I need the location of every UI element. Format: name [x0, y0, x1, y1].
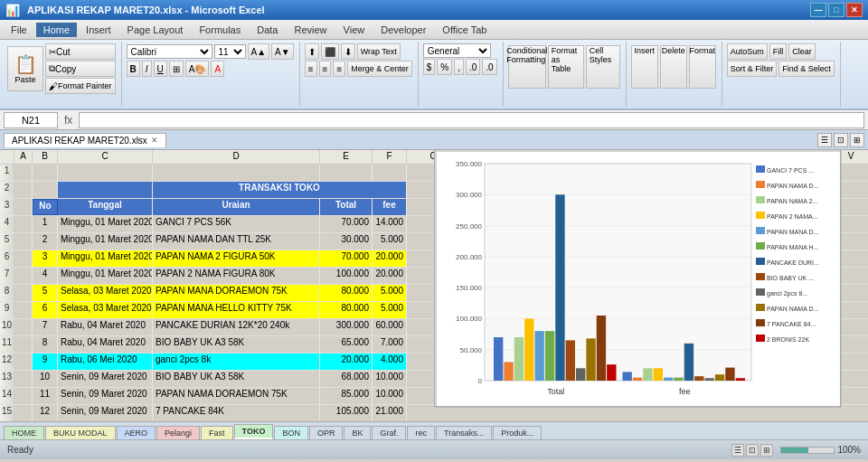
- cell[interactable]: 1: [33, 216, 58, 232]
- sheet-tab-rec[interactable]: rec: [407, 426, 435, 439]
- cell[interactable]: [14, 285, 33, 301]
- menu-item-developer[interactable]: Developer: [373, 23, 433, 37]
- cell[interactable]: 60.000: [373, 319, 407, 335]
- align-center-button[interactable]: ≡: [319, 61, 332, 77]
- cell[interactable]: 80.000: [320, 302, 373, 318]
- close-button[interactable]: ✕: [846, 3, 863, 17]
- cell[interactable]: 7: [33, 319, 58, 335]
- align-left-button[interactable]: ≡: [305, 61, 317, 77]
- cell[interactable]: 300.000: [320, 319, 373, 335]
- pagebreak-view-status-button[interactable]: ⊞: [760, 444, 773, 457]
- cell[interactable]: 7 PANCAKE 84K: [153, 405, 320, 421]
- align-right-button[interactable]: ≡: [333, 61, 345, 77]
- cell[interactable]: 12: [33, 405, 58, 421]
- comma-button[interactable]: ,: [454, 59, 464, 75]
- cell[interactable]: Selasa, 03 Maret 2020: [58, 285, 153, 301]
- currency-button[interactable]: $: [423, 59, 436, 75]
- menu-item-formulas[interactable]: Formulas: [192, 23, 248, 37]
- merge-center-button[interactable]: Merge & Center: [347, 61, 412, 77]
- cell[interactable]: 5.000: [373, 285, 407, 301]
- cell[interactable]: [14, 233, 33, 250]
- cell[interactable]: Minggu, 01 Maret 2020: [58, 233, 153, 250]
- cell[interactable]: [14, 199, 33, 215]
- find-select-button[interactable]: Find & Select: [778, 61, 835, 77]
- cell[interactable]: [14, 165, 33, 181]
- menu-item-insert[interactable]: Insert: [79, 23, 118, 37]
- format-painter-button[interactable]: 🖌Format Painter: [45, 78, 116, 94]
- cell[interactable]: 4.000: [373, 354, 407, 370]
- layout-view-status-button[interactable]: ⊡: [746, 444, 759, 457]
- sheet-tab-graf-[interactable]: Graf.: [372, 426, 406, 439]
- sheet-tab-fast[interactable]: Fast: [201, 426, 233, 439]
- cell[interactable]: [14, 302, 33, 318]
- cell[interactable]: PAPAN 2 NAMA FIGURA 80K: [153, 268, 320, 284]
- cell[interactable]: [33, 165, 58, 181]
- cell[interactable]: 14.000: [373, 216, 407, 232]
- cell[interactable]: 85.000: [320, 388, 373, 404]
- increase-font-button[interactable]: A▲: [248, 43, 270, 60]
- cell[interactable]: 5.000: [373, 233, 407, 250]
- decrease-font-button[interactable]: A▼: [271, 43, 294, 60]
- copy-button[interactable]: ⧉Copy: [45, 61, 116, 77]
- percent-button[interactable]: %: [437, 59, 452, 75]
- bold-button[interactable]: B: [127, 61, 140, 77]
- cell[interactable]: PAPAN NAMA DAN TTL 25K: [153, 233, 320, 250]
- col-header-b[interactable]: B: [33, 150, 58, 164]
- cell[interactable]: BIO BABY UK A3 58K: [153, 371, 320, 387]
- increase-decimal-button[interactable]: .0: [466, 59, 480, 75]
- cell[interactable]: 10: [33, 371, 58, 387]
- menu-item-page-layout[interactable]: Page Layout: [120, 23, 191, 37]
- cell[interactable]: [14, 354, 33, 370]
- col-header-c[interactable]: C: [58, 150, 153, 164]
- cell[interactable]: Minggu, 01 Maret 2020: [58, 268, 153, 284]
- col-header-f[interactable]: F: [373, 150, 407, 164]
- font-color-button[interactable]: A: [211, 61, 224, 77]
- zoom-slider[interactable]: [780, 447, 835, 454]
- autosum-button[interactable]: AutoSum: [727, 43, 768, 60]
- cell[interactable]: Total: [320, 199, 373, 215]
- delete-button[interactable]: Delete: [660, 45, 687, 89]
- decrease-decimal-button[interactable]: .0: [482, 59, 496, 75]
- italic-button[interactable]: I: [142, 61, 152, 77]
- cell[interactable]: 70.000: [320, 216, 373, 232]
- cell[interactable]: PAPAN MANA DORAEMON 75K: [153, 285, 320, 301]
- cell[interactable]: Rabu, 06 Mei 2020: [58, 354, 153, 370]
- cut-button[interactable]: ✂Cut: [45, 43, 116, 60]
- underline-button[interactable]: U: [154, 61, 167, 77]
- border-button[interactable]: ⊞: [169, 61, 184, 77]
- cell[interactable]: Rabu, 04 Maret 2020: [58, 319, 153, 335]
- sheet-tab-toko[interactable]: TOKO: [234, 424, 274, 439]
- fill-button[interactable]: Fill: [769, 43, 788, 60]
- cell[interactable]: 10.000: [373, 388, 407, 404]
- font-name-select[interactable]: Calibri: [127, 44, 212, 59]
- cell[interactable]: Senin, 09 Maret 2020: [58, 405, 153, 421]
- cell[interactable]: 100.000: [320, 268, 373, 284]
- cell[interactable]: [320, 165, 373, 181]
- cell[interactable]: fee: [373, 199, 407, 215]
- sheet-tab-pelangi[interactable]: Pelangi: [156, 426, 200, 439]
- cell[interactable]: [14, 268, 33, 284]
- cell[interactable]: Tanggal: [58, 199, 153, 215]
- cell[interactable]: 3: [33, 250, 58, 267]
- cell[interactable]: 80.000: [320, 285, 373, 301]
- cell[interactable]: [373, 165, 407, 181]
- fill-color-button[interactable]: A🎨: [185, 61, 210, 77]
- number-format-select[interactable]: General: [423, 43, 491, 58]
- cell[interactable]: GANCI 7 PCS 56K: [153, 216, 320, 232]
- sheet-tab-produk---[interactable]: Produk...: [493, 426, 542, 439]
- align-middle-button[interactable]: ⬛: [321, 43, 339, 60]
- font-size-select[interactable]: 11: [214, 44, 246, 59]
- conditional-formatting-button[interactable]: Conditional Formatting: [508, 45, 546, 89]
- cell[interactable]: [153, 165, 320, 181]
- cell[interactable]: Senin, 09 Maret 2020: [58, 388, 153, 404]
- cell[interactable]: PAPAN NAMA 2 FIGURA 50K: [153, 250, 320, 267]
- cell[interactable]: 6: [33, 302, 58, 318]
- sort-filter-button[interactable]: Sort & Filter: [727, 61, 778, 77]
- cell[interactable]: 11: [33, 388, 58, 404]
- workbook-tab-close[interactable]: ✕: [151, 136, 158, 145]
- menu-item-view[interactable]: View: [336, 23, 373, 37]
- cell[interactable]: [14, 319, 33, 335]
- cell[interactable]: [14, 182, 33, 198]
- cell[interactable]: 20.000: [320, 354, 373, 370]
- cell[interactable]: 68.000: [320, 371, 373, 387]
